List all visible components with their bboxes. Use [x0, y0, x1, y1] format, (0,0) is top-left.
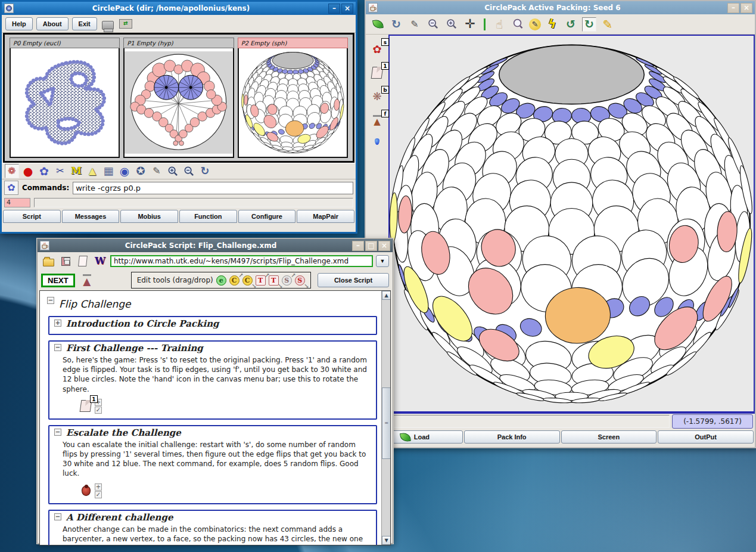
tools-icon[interactable]: ✂	[53, 164, 67, 178]
tab-mobius[interactable]: Mobius	[120, 210, 178, 223]
tab-script[interactable]: Script	[3, 210, 61, 223]
queue-count-badge: 4	[4, 198, 30, 207]
pan-icon[interactable]: ✛	[463, 17, 477, 32]
edit-tool-s-up-icon[interactable]: S↗	[282, 275, 292, 286]
close-button[interactable]: ×	[741, 3, 752, 13]
page-icon[interactable]: 1	[369, 66, 385, 80]
collapse-box[interactable]: −	[54, 344, 61, 351]
collapse-box[interactable]: −	[54, 513, 61, 520]
circle-marker-icon[interactable]: ❁	[5, 164, 19, 178]
panel-p0[interactable]: P0 Empty (eucl)	[10, 38, 120, 158]
edit-tool-t-down-icon[interactable]: T↘	[269, 275, 279, 286]
add-box[interactable]: +	[95, 483, 102, 491]
zoom-in-icon[interactable]	[444, 17, 459, 32]
minimize-button[interactable]: –	[727, 3, 739, 13]
exit-button[interactable]: Exit	[72, 17, 97, 30]
url-input[interactable]	[110, 255, 373, 267]
screen-button[interactable]: Screen	[561, 430, 657, 444]
main-tabs: Script Messages Mobius Function Configur…	[2, 209, 356, 225]
panel-p2-canvas[interactable]	[238, 48, 348, 158]
rotate-back-icon[interactable]: ↺	[564, 17, 578, 32]
web-icon[interactable]: W	[93, 254, 107, 268]
packing-titlebar[interactable]: CirclePack Active Packing: Seed 6 – ×	[366, 1, 755, 14]
drag-hand-icon[interactable]: ☝	[492, 17, 506, 32]
tab-function[interactable]: Function	[179, 210, 237, 223]
page-command-icon[interactable]: 1	[78, 399, 94, 413]
printer-icon[interactable]	[101, 17, 115, 31]
scroll-down-arrow[interactable]: ▼	[382, 536, 391, 545]
edit-tools-group: Edit tools (drag/drop) e C↗ C↘ T↗ T↘ S↗ …	[131, 272, 311, 289]
screendump-icon[interactable]: ⇄	[119, 17, 133, 31]
magnify-icon[interactable]	[511, 17, 525, 32]
maximize-button[interactable]: □	[365, 241, 377, 251]
tab-configure[interactable]: Configure	[238, 210, 296, 223]
new-page-icon[interactable]	[76, 254, 90, 268]
seed-flower-icon[interactable]: ✿ s	[369, 42, 385, 56]
edit-tool-t-up-icon[interactable]: T↗	[256, 275, 266, 286]
palette-icon[interactable]: ✎	[407, 17, 422, 32]
zoom-out-icon[interactable]	[426, 17, 440, 32]
canvas-panels: P0 Empty (eucl) P1 Empty (hyp) P2 Empty …	[3, 33, 354, 163]
close-button[interactable]: ×	[341, 4, 353, 14]
refresh-icon[interactable]: ↻	[198, 164, 212, 178]
dot-grid-icon[interactable]: ▦	[101, 164, 116, 178]
check-box[interactable]: ✓	[95, 491, 102, 498]
edit-tool-c-down-icon[interactable]: C↘	[242, 275, 253, 286]
flip-arrow-icon[interactable]: ▲ f	[369, 113, 385, 128]
scroll-up-arrow[interactable]: ▲	[382, 291, 391, 300]
m-label-icon[interactable]: M	[69, 164, 83, 178]
panel-p1[interactable]: P1 Empty (hyp)	[123, 38, 234, 158]
redraw-icon[interactable]: ↻	[389, 17, 403, 32]
panel-p2[interactable]: P2 Empty (sph)	[238, 38, 348, 158]
flower-pack-icon[interactable]: ✿	[37, 164, 51, 178]
panel-p0-canvas[interactable]	[10, 48, 120, 158]
lightning-icon[interactable]: ϟ	[545, 17, 559, 32]
scroll-thumb[interactable]: ≡	[382, 387, 391, 459]
edit-tool-e-icon[interactable]: e	[216, 275, 226, 286]
rotate-icon[interactable]: ↻	[582, 17, 596, 32]
shortcut-tag: b	[381, 86, 389, 94]
packing-canvas[interactable]	[388, 35, 755, 413]
close-button[interactable]: ×	[378, 241, 390, 251]
zoom-out-icon[interactable]	[182, 164, 196, 178]
pack-info-button[interactable]: Pack Info	[464, 430, 560, 444]
palette-pen-icon[interactable]: ✎	[150, 164, 164, 178]
to-top-icon[interactable]: ▲	[80, 273, 94, 287]
edit-tool-c-up-icon[interactable]: C↗	[229, 275, 239, 286]
help-button[interactable]: Help	[5, 17, 33, 30]
pencil-icon[interactable]: ✎	[601, 17, 615, 32]
color-disc-icon[interactable]: ✪	[133, 164, 148, 178]
bug-command-icon[interactable]	[78, 483, 94, 498]
script-scrollbar[interactable]: ▲ ≡ ▼	[381, 291, 390, 545]
command-icon-row: 1 + ✓	[78, 399, 371, 414]
zoom-in-icon[interactable]	[166, 164, 180, 178]
protractor-icon[interactable]: ✎	[529, 18, 541, 30]
next-button[interactable]: NEXT	[41, 274, 75, 287]
packing-ball-icon[interactable]: ◉	[117, 164, 132, 178]
main-titlebar[interactable]: CirclePack (dir; /home/apollonius/kens) …	[2, 2, 356, 15]
expand-box[interactable]: +	[54, 320, 61, 327]
about-button[interactable]: About	[36, 17, 69, 30]
edit-tool-s-down-icon[interactable]: S↘	[295, 275, 305, 286]
tab-mappair[interactable]: MapPair	[297, 210, 354, 223]
collapse-box[interactable]: −	[54, 429, 61, 436]
open-icon[interactable]	[371, 17, 385, 32]
command-input[interactable]	[73, 182, 353, 194]
close-script-button[interactable]: Close Script	[318, 273, 389, 287]
shortcut-tag: s	[381, 38, 389, 46]
panel-p1-canvas[interactable]	[123, 48, 234, 158]
save-icon[interactable]	[58, 254, 73, 268]
gear-icon[interactable]: ❋ b	[369, 89, 385, 104]
url-dropdown-button[interactable]: ▼	[376, 255, 389, 267]
triangle-icon[interactable]: ▲	[85, 164, 99, 178]
check-box[interactable]: ✓	[95, 407, 102, 414]
output-button[interactable]: OutPut	[658, 430, 754, 444]
cherry-icon[interactable]: ●	[21, 164, 35, 178]
minimize-button[interactable]: –	[352, 241, 364, 251]
open-folder-icon[interactable]	[41, 254, 55, 268]
section-introduction: + Introduction to Circle Packing	[48, 316, 377, 335]
tab-messages[interactable]: Messages	[62, 210, 120, 223]
script-titlebar[interactable]: CirclePack Script: Flip_Challenge.xmd – …	[38, 239, 393, 252]
minimize-button[interactable]: –	[328, 4, 340, 14]
collapse-box[interactable]: −	[47, 297, 54, 304]
